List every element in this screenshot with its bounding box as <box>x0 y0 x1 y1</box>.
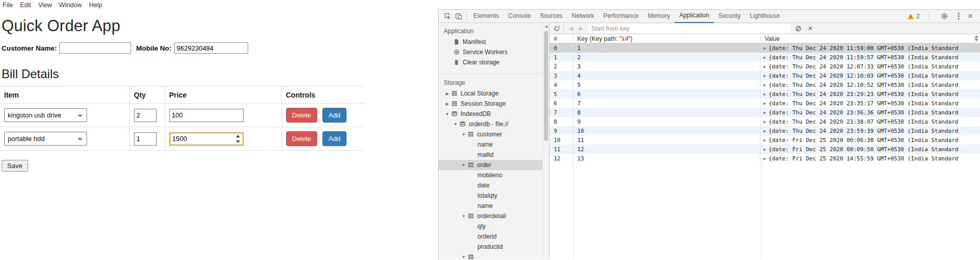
scroll-up-arrow-icon[interactable] <box>545 25 549 28</box>
expand-triangle-icon[interactable]: ▶ <box>764 55 766 60</box>
warnings-badge[interactable]: 2 <box>907 13 920 20</box>
table-row[interactable]: 8 9 ▶{date: Thu Dec 24 2020 23:38:07 GMT… <box>550 117 980 126</box>
sidebar-item-index-mailid[interactable]: mailid <box>439 150 549 160</box>
sidebar-scrollbar[interactable] <box>542 23 549 259</box>
expand-triangle-icon[interactable]: ▶ <box>764 129 766 133</box>
expanded-arrow-icon[interactable]: ▼ <box>461 214 466 219</box>
sidebar-item-orderdb[interactable]: ▼ orderdb - file:// <box>439 119 549 129</box>
expanded-arrow-icon[interactable]: ▼ <box>461 132 466 137</box>
add-button[interactable]: Add <box>322 131 346 146</box>
tab-elements[interactable]: Elements <box>469 10 504 23</box>
expand-triangle-icon[interactable]: ▶ <box>764 156 766 161</box>
sidebar-item-order-store[interactable]: ▼ order <box>439 160 549 170</box>
sidebar-item-index-name2[interactable]: name <box>439 201 549 211</box>
device-toolbar-icon[interactable] <box>453 11 464 22</box>
expand-triangle-icon[interactable]: ▶ <box>764 110 766 115</box>
sidebar-item-index-qty[interactable]: qty <box>439 221 549 231</box>
expand-triangle-icon[interactable]: ▶ <box>764 120 766 124</box>
tab-lighthouse[interactable]: Lighthouse <box>745 10 785 23</box>
price-input[interactable] <box>169 109 244 122</box>
table-row[interactable]: 2 3 ▶{date: Thu Dec 24 2020 12:07:33 GMT… <box>550 62 980 71</box>
inspect-element-icon[interactable] <box>442 11 453 22</box>
tab-security[interactable]: Security <box>714 10 745 23</box>
customer-name-input[interactable] <box>59 42 131 54</box>
expanded-arrow-icon[interactable]: ▼ <box>453 122 458 127</box>
table-row[interactable]: 9 10 ▶{date: Thu Dec 24 2020 23:59:39 GM… <box>550 126 980 135</box>
menu-file[interactable]: File <box>3 2 13 9</box>
expand-triangle-icon[interactable]: ▶ <box>764 64 766 69</box>
qty-input[interactable] <box>134 132 157 146</box>
number-spinner[interactable] <box>235 135 241 143</box>
sidebar-item-orderdetail-store[interactable]: ▼ orderdetail <box>439 211 549 221</box>
expand-triangle-icon[interactable]: ▶ <box>764 138 766 143</box>
sidebar-item-index-totalqty[interactable]: totalqty <box>439 191 549 201</box>
table-row[interactable]: 3 4 ▶{date: Thu Dec 24 2020 12:10:03 GMT… <box>550 71 980 80</box>
scrollbar-thumb[interactable] <box>544 31 548 141</box>
key-column-header[interactable]: Key (Key path: "id") <box>573 34 760 43</box>
delete-button[interactable]: Delete <box>286 131 318 146</box>
sidebar-item-customer-store[interactable]: ▼ customer <box>439 129 549 139</box>
collapsed-arrow-icon[interactable]: ▶ <box>445 91 450 96</box>
mobile-no-input[interactable] <box>174 42 248 54</box>
clear-x-icon[interactable]: × <box>808 25 812 33</box>
sidebar-item-indexeddb[interactable]: ▼ IndexedDB <box>439 109 549 119</box>
menu-view[interactable]: View <box>38 2 52 9</box>
expand-triangle-icon[interactable]: ▶ <box>764 83 766 87</box>
item-select[interactable]: kingston usb drive <box>4 108 87 122</box>
tab-application[interactable]: Application <box>674 10 714 23</box>
tab-console[interactable]: Console <box>504 10 535 23</box>
page-back-icon[interactable]: ◀ <box>566 26 576 31</box>
value-column-header[interactable]: Value <box>760 34 980 43</box>
menu-edit[interactable]: Edit <box>20 2 31 9</box>
settings-gear-icon[interactable] <box>939 11 950 22</box>
tab-memory[interactable]: Memory <box>643 10 674 23</box>
item-select[interactable]: portable hdd <box>4 132 87 146</box>
sidebar-item-local-storage[interactable]: ▶ Local Storage <box>439 88 549 99</box>
menu-window[interactable]: Window <box>59 2 82 9</box>
refresh-icon[interactable] <box>552 24 561 33</box>
save-button[interactable]: Save <box>2 160 28 172</box>
table-row[interactable]: 11 12 ▶{date: Fri Dec 25 2020 00:09:50 G… <box>550 145 980 154</box>
collapsed-arrow-icon[interactable]: ▶ <box>445 102 450 106</box>
add-button[interactable]: Add <box>322 108 346 123</box>
kebab-menu-icon[interactable] <box>957 12 961 20</box>
sidebar-item-manifest[interactable]: Manifest <box>439 37 549 47</box>
index-column-header[interactable]: # <box>550 34 573 43</box>
sidebar-item-partial[interactable]: ▼ <box>439 252 549 259</box>
expand-triangle-icon[interactable]: ▶ <box>764 147 766 152</box>
sidebar-item-index-name[interactable]: name <box>439 139 549 150</box>
tab-network[interactable]: Network <box>567 10 599 23</box>
delete-button[interactable]: Delete <box>286 108 318 123</box>
table-row[interactable]: 5 6 ▶{date: Thu Dec 24 2020 23:29:23 GMT… <box>550 89 980 99</box>
price-input-focused[interactable] <box>169 132 244 146</box>
scrollbar-arrows-icon[interactable] <box>974 35 978 41</box>
sidebar-item-index-mobileno[interactable]: mobileno <box>439 170 549 180</box>
expand-triangle-icon[interactable]: ▶ <box>764 101 766 106</box>
table-row[interactable]: 4 5 ▶{date: Thu Dec 24 2020 12:10:52 GMT… <box>550 80 980 89</box>
sidebar-item-clear-storage[interactable]: Clear storage <box>439 57 549 67</box>
table-row[interactable]: 7 8 ▶{date: Thu Dec 24 2020 23:36:36 GMT… <box>550 108 980 117</box>
qty-input[interactable] <box>134 109 157 122</box>
expand-triangle-icon[interactable]: ▶ <box>764 46 766 51</box>
expanded-arrow-icon[interactable]: ▼ <box>461 163 466 168</box>
table-row[interactable]: 10 11 ▶{date: Fri Dec 25 2020 00:06:38 G… <box>550 135 980 145</box>
start-from-key-input[interactable] <box>588 24 790 33</box>
expand-triangle-icon[interactable]: ▶ <box>764 92 766 97</box>
sidebar-item-service-workers[interactable]: Service Workers <box>439 47 549 57</box>
sidebar-item-index-orderid[interactable]: orderid <box>439 231 549 242</box>
sidebar-item-index-date[interactable]: date <box>439 180 549 191</box>
table-row[interactable]: 1 2 ▶{date: Thu Dec 24 2020 11:59:57 GMT… <box>550 53 980 62</box>
page-forward-icon[interactable]: ▶ <box>576 26 586 31</box>
sidebar-item-session-storage[interactable]: ▶ Session Storage <box>439 99 549 109</box>
expanded-arrow-icon[interactable]: ▼ <box>445 112 450 116</box>
close-icon[interactable]: × <box>968 12 973 20</box>
tab-performance[interactable]: Performance <box>599 10 643 23</box>
table-row[interactable]: 12 13 ▶{date: Fri Dec 25 2020 14:55:59 G… <box>550 154 980 163</box>
table-row[interactable]: 0 1 ▶{date: Thu Dec 24 2020 11:59:00 GMT… <box>550 43 980 53</box>
tab-sources[interactable]: Sources <box>535 10 567 23</box>
sidebar-item-index-productid[interactable]: productid <box>439 242 549 252</box>
table-row[interactable]: 6 7 ▶{date: Thu Dec 24 2020 23:35:17 GMT… <box>550 99 980 108</box>
expand-triangle-icon[interactable]: ▶ <box>764 74 766 78</box>
block-circle-icon[interactable] <box>793 24 803 33</box>
menu-help[interactable]: Help <box>89 2 102 9</box>
